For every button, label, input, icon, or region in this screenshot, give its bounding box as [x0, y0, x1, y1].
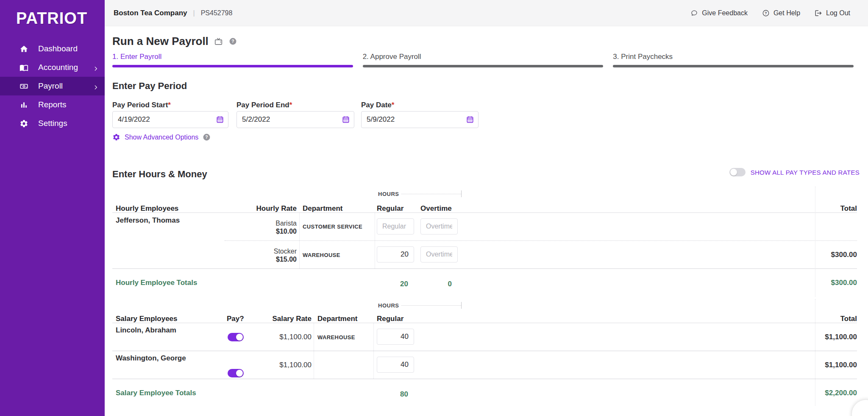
show-all-pay-types-label: SHOW ALL PAY TYPES AND RATES	[751, 169, 860, 176]
home-icon	[19, 45, 28, 53]
svg-text:?: ?	[231, 39, 234, 44]
hourly-totals-overtime: 0	[409, 280, 452, 288]
step-progress-bar	[363, 65, 604, 67]
col-hourly-rate: Hourly Rate	[212, 204, 297, 213]
log-out-link[interactable]: Log Out	[815, 9, 850, 17]
toggle-knob	[730, 169, 737, 176]
row-total: $300.00	[793, 251, 857, 259]
pay-toggle[interactable]	[228, 369, 244, 377]
department-label: WAREHOUSE	[303, 252, 340, 258]
company-name: Boston Tea Company	[114, 9, 187, 17]
position-name: Barista	[212, 220, 297, 227]
step-progress-bar	[613, 65, 854, 67]
pay-period-start-label: Pay Period Start*	[112, 101, 171, 109]
show-advanced-options-link[interactable]: Show Advanced Options	[125, 134, 198, 141]
hourly-rate: $15.00	[212, 256, 297, 263]
col-department: Department	[303, 204, 342, 213]
pay-period-start-input[interactable]	[113, 112, 228, 128]
sidebar-nav: Dashboard Accounting Payroll	[0, 39, 105, 133]
salary-rate: $1,100.00	[232, 333, 312, 341]
patriot-logo: PATRIOT	[16, 9, 87, 28]
required-mark: *	[392, 101, 395, 109]
pay-date-field	[361, 111, 479, 128]
pay-period-end-input[interactable]	[237, 112, 354, 128]
hourly-rate: $10.00	[212, 228, 297, 235]
show-all-pay-types-toggle[interactable]	[729, 168, 746, 176]
calendar-icon[interactable]	[342, 115, 350, 124]
hours-money-heading: Enter Hours & Money	[112, 169, 207, 180]
tv-demo-icon[interactable]	[214, 37, 223, 46]
col-department: Department	[317, 315, 357, 323]
bar-chart-icon	[19, 101, 28, 109]
department-label: WAREHOUSE	[317, 334, 355, 341]
sidebar: PATRIOT Dashboard Accounting	[0, 0, 105, 416]
table-border	[112, 351, 857, 351]
col-hourly-employees: Hourly Employees	[116, 204, 178, 213]
salary-totals-total: $2,200.00	[793, 389, 857, 397]
advanced-options-row: Show Advanced Options ?	[112, 133, 211, 141]
show-all-pay-types-row: SHOW ALL PAY TYPES AND RATES	[729, 168, 860, 176]
company-info: Boston Tea Company | PS452798	[105, 9, 232, 17]
hours-group-tick	[461, 302, 462, 309]
give-feedback-link[interactable]: Give Feedback	[690, 9, 748, 17]
sidebar-item-reports[interactable]: Reports	[0, 95, 105, 114]
overtime-hours-input[interactable]	[420, 218, 458, 235]
step-enter-payroll[interactable]: 1. Enter Payroll	[112, 53, 353, 67]
pay-period-end-field	[236, 111, 354, 128]
step-print-paychecks[interactable]: 3. Print Paychecks	[613, 53, 854, 67]
pay-date-input[interactable]	[362, 112, 478, 128]
hours-group-line	[401, 305, 461, 306]
row-total: $1,100.00	[793, 361, 857, 369]
required-mark: *	[168, 101, 171, 109]
regular-hours-input[interactable]	[377, 329, 414, 345]
sidebar-item-label: Accounting	[38, 63, 78, 72]
chevron-right-icon	[93, 83, 99, 89]
page-title-row: Run a New Payroll ?	[112, 35, 237, 48]
pay-period-end-label: Pay Period End*	[236, 101, 292, 109]
col-total: Total	[793, 315, 857, 323]
sidebar-item-label: Payroll	[38, 81, 63, 91]
sidebar-item-accounting[interactable]: Accounting	[0, 58, 105, 77]
topbar: Boston Tea Company | PS452798 Give Feedb…	[105, 0, 868, 26]
toggle-knob	[236, 370, 243, 377]
employee-name: Washington, George	[116, 354, 186, 363]
sidebar-item-label: Reports	[38, 100, 67, 109]
col-regular: Regular	[377, 315, 403, 323]
pay-period-heading: Enter Pay Period	[112, 81, 187, 92]
step-progress-bar	[112, 65, 353, 67]
regular-hours-input[interactable]	[377, 218, 414, 235]
col-total: Total	[793, 204, 857, 213]
calendar-icon[interactable]	[466, 115, 474, 124]
help-circle-icon[interactable]: ?	[203, 133, 211, 141]
sidebar-item-payroll[interactable]: Payroll	[0, 77, 105, 95]
question-circle-icon: ?	[762, 9, 770, 17]
sidebar-item-dashboard[interactable]: Dashboard	[0, 39, 105, 58]
main-content: Run a New Payroll ? 1. Enter Payroll 2. …	[105, 26, 868, 416]
divider: |	[193, 9, 195, 17]
regular-hours-input[interactable]	[377, 246, 414, 262]
sidebar-item-settings[interactable]: Settings	[0, 114, 105, 133]
pay-date-label: Pay Date*	[361, 101, 394, 109]
regular-hours-input[interactable]	[377, 357, 414, 373]
sidebar-item-label: Dashboard	[38, 44, 78, 53]
table-border	[112, 212, 857, 213]
book-icon	[19, 63, 28, 72]
hourly-totals-label: Hourly Employee Totals	[116, 279, 197, 287]
progress-steps: 1. Enter Payroll 2. Approve Payroll 3. P…	[112, 53, 854, 67]
col-overtime: Overtime	[420, 204, 452, 213]
help-circle-icon[interactable]: ?	[229, 37, 237, 45]
col-salary-rate: Salary Rate	[232, 315, 312, 323]
step-approve-payroll[interactable]: 2. Approve Payroll	[363, 53, 604, 67]
employee-name: Lincoln, Abraham	[116, 326, 176, 335]
employee-name: Jefferson, Thomas	[116, 216, 180, 225]
calendar-icon[interactable]	[216, 115, 224, 124]
speech-bubble-icon	[690, 9, 698, 17]
sidebar-item-label: Settings	[38, 119, 67, 128]
salary-totals-label: Salary Employee Totals	[116, 389, 196, 397]
salary-rate: $1,100.00	[232, 361, 312, 369]
salary-totals-regular: 80	[366, 390, 408, 399]
overtime-hours-input[interactable]	[420, 246, 458, 262]
hours-group-label: HOURS	[378, 302, 399, 309]
svg-text:?: ?	[206, 135, 208, 140]
get-help-link[interactable]: ? Get Help	[762, 9, 800, 17]
